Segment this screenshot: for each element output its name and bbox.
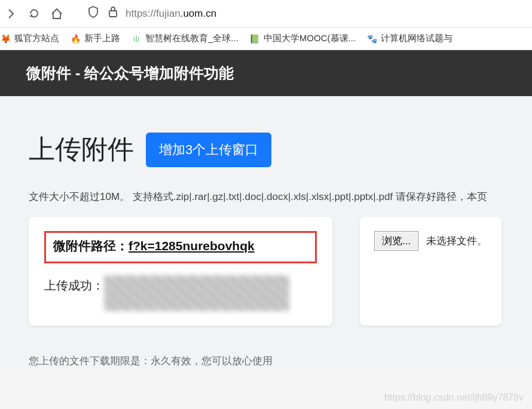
path-label: 微附件路径：: [53, 239, 129, 253]
sohu-icon: 🦊: [0, 33, 11, 44]
page-header: 微附件 - 给公众号增加附件功能: [0, 50, 532, 96]
browse-button[interactable]: 浏览...: [374, 231, 418, 251]
upload-success-label: 上传成功：: [44, 275, 104, 296]
file-chooser-card: 浏览... 未选择文件。: [360, 217, 502, 325]
url-text: https://fujian.uom.cn: [126, 8, 216, 20]
mooc-icon: 📗: [249, 33, 260, 44]
add-upload-windows-button[interactable]: 增加3个上传窗口: [146, 133, 271, 167]
upload-hint: 文件大小不超过10M。 支持格式.zip|.rar|.gz|.txt|.doc|…: [29, 190, 532, 204]
lock-icon: [108, 6, 118, 21]
section-title: 上传附件: [29, 132, 134, 167]
bookmark-firefox[interactable]: 🔥 新手上路: [70, 33, 120, 44]
forward-icon[interactable]: [5, 7, 18, 20]
baidu-icon: 🐾: [366, 33, 377, 44]
path-value[interactable]: f?k=1285nurebovhqk: [129, 239, 255, 253]
bookmark-zhihuishu[interactable]: ılı 智慧树在线教育_全球...: [131, 33, 239, 44]
zhihuishu-icon: ılı: [131, 33, 142, 44]
bookmark-baidu[interactable]: 🐾 计算机网络试题与: [366, 33, 452, 44]
watermark: https://blog.csdn.net/ijh89y7878v: [384, 392, 524, 403]
page-title: 微附件 - 给公众号增加附件功能: [26, 64, 234, 81]
attachment-path-box: 微附件路径：f?k=1285nurebovhqk: [44, 231, 317, 263]
main-content: 上传附件 增加3个上传窗口 文件大小不超过10M。 支持格式.zip|.rar|…: [0, 96, 532, 368]
reload-icon[interactable]: [27, 7, 41, 20]
address-bar[interactable]: https://fujian.uom.cn: [73, 5, 527, 21]
uploaded-filename-blurred: [104, 275, 289, 311]
bookmark-label: 新手上路: [84, 33, 120, 44]
bookmark-mooc[interactable]: 📗 中国大学MOOC(慕课...: [249, 33, 356, 44]
home-icon[interactable]: [50, 7, 63, 20]
no-file-selected-text: 未选择文件。: [426, 235, 487, 247]
bookmark-label: 狐官方站点: [14, 33, 59, 44]
bookmark-sohu[interactable]: 🦊 狐官方站点: [0, 33, 59, 44]
footer-note: 您上传的文件下载期限是：永久有效，您可以放心使用: [29, 354, 532, 368]
bookmarks-bar: 🦊 狐官方站点 🔥 新手上路 ılı 智慧树在线教育_全球... 📗 中国大学M…: [0, 27, 532, 50]
shield-icon: [87, 5, 99, 21]
bookmark-label: 中国大学MOOC(慕课...: [264, 33, 356, 44]
svg-rect-0: [109, 11, 117, 17]
firefox-icon: 🔥: [70, 33, 81, 44]
upload-result-card: 微附件路径：f?k=1285nurebovhqk 上传成功：: [29, 217, 332, 325]
browser-nav-toolbar: https://fujian.uom.cn: [0, 0, 532, 27]
bookmark-label: 智慧树在线教育_全球...: [145, 33, 239, 44]
bookmark-label: 计算机网络试题与: [381, 33, 452, 44]
